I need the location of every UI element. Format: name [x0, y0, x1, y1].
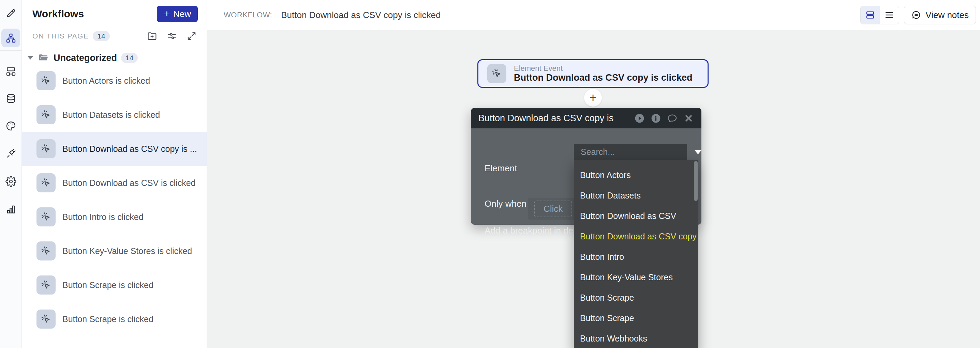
workflow-title: Button Download as CSV copy is clicked: [281, 10, 441, 21]
only-when-label: Only when: [485, 199, 527, 209]
plus-icon: +: [589, 90, 597, 105]
list-item-label: Button Datasets is clicked: [62, 110, 160, 120]
menu-item[interactable]: Button Datasets: [574, 185, 698, 206]
workflow-topbar: WORKFLOW: Button Download as CSV copy is…: [207, 0, 980, 30]
menu-item[interactable]: Button Webhooks: [574, 328, 698, 348]
list-item[interactable]: Button Key-Value Stores is clicked: [21, 234, 207, 268]
list-item-label: Button Intro is clicked: [62, 212, 143, 222]
modal-header: Button Download as CSV copy is: [471, 108, 702, 128]
icon-square: [37, 105, 56, 124]
close-icon[interactable]: [683, 113, 694, 123]
add-step-button[interactable]: +: [584, 89, 602, 107]
pencil-icon[interactable]: [5, 7, 18, 20]
list-item[interactable]: Button Scrape is clicked: [21, 302, 207, 336]
icon-rail: [0, 0, 22, 348]
element-label: Element: [485, 163, 517, 174]
node-type-label: Element Event: [514, 64, 692, 73]
list-item-selected[interactable]: Button Download as CSV copy is ...: [21, 132, 207, 166]
menu-item[interactable]: Button Download as CSV: [574, 206, 698, 226]
list-item[interactable]: Button Intro is clicked: [21, 200, 207, 234]
expand-icon[interactable]: [186, 31, 197, 41]
workflow-label: WORKFLOW:: [224, 11, 272, 19]
comment-icon[interactable]: [667, 113, 678, 123]
list-item-label: Button Download as CSV copy is ...: [62, 144, 197, 154]
chevron-down-icon: [28, 56, 33, 60]
palette-icon[interactable]: [5, 120, 18, 133]
icon-square: [37, 207, 56, 226]
bar-chart-icon[interactable]: [5, 202, 18, 215]
list-view-icon[interactable]: [880, 6, 899, 24]
cursor-click-icon: [487, 64, 506, 83]
on-this-page-count-badge: 14: [93, 31, 110, 41]
menu-item[interactable]: Button Intro: [574, 247, 698, 267]
list-item-label: Button Actors is clicked: [62, 76, 150, 86]
new-button-label: New: [173, 9, 191, 19]
list-item-label: Button Download as CSV is clicked: [62, 178, 196, 188]
view-notes-button[interactable]: View notes: [904, 6, 976, 24]
workflow-icon[interactable]: [2, 28, 20, 47]
list-item[interactable]: Button Actors is clicked: [21, 64, 207, 98]
modal-title: Button Download as CSV copy is: [479, 113, 613, 123]
scrollbar-thumb[interactable]: [694, 161, 698, 201]
sidebar-header: Workflows + New: [21, 0, 207, 30]
list-item-label: Button Scrape is clicked: [62, 280, 153, 290]
on-this-page-row: ON THIS PAGE 14: [21, 28, 207, 44]
element-dropdown-menu: Button Actors Button Datasets Button Dow…: [574, 160, 698, 348]
on-this-page-label: ON THIS PAGE: [32, 32, 89, 40]
group-name: Uncategorized: [54, 53, 117, 63]
menu-item[interactable]: Button Scrape: [574, 287, 698, 308]
search-input[interactable]: [580, 147, 691, 157]
notes-bubble-icon: [911, 10, 921, 20]
group-count-badge: 14: [121, 53, 138, 63]
info-icon[interactable]: [651, 113, 661, 123]
list-item[interactable]: Button Scrape is clicked: [21, 268, 207, 302]
view-toggle: [860, 6, 899, 24]
new-workflow-button[interactable]: + New: [157, 6, 198, 22]
folder-open-icon: [38, 52, 49, 63]
folder-plus-icon[interactable]: [146, 31, 158, 41]
icon-square: [37, 139, 56, 158]
menu-item[interactable]: Button Key-Value Stores: [574, 267, 698, 287]
menu-item-selected[interactable]: Button Download as CSV copy: [574, 226, 698, 247]
list-item-partial[interactable]: [21, 346, 56, 348]
database-icon[interactable]: [5, 92, 18, 105]
menu-item[interactable]: Button Actors: [574, 165, 698, 185]
element-event-node[interactable]: Element Event Button Download as CSV cop…: [477, 59, 709, 88]
play-icon[interactable]: [634, 113, 645, 123]
element-select-field[interactable]: [574, 144, 687, 160]
list-item-label: Button Scrape is clicked: [62, 314, 153, 324]
view-notes-label: View notes: [926, 10, 969, 21]
chevron-down-icon: [695, 150, 702, 154]
list-item-label: Button Key-Value Stores is clicked: [62, 246, 192, 256]
icon-square: [37, 71, 56, 90]
rail-divider: [0, 51, 21, 51]
list-item[interactable]: Button Download as CSV is clicked: [21, 166, 207, 200]
menu-item[interactable]: Button Scrape: [574, 308, 698, 328]
icon-square: [37, 241, 56, 261]
node-title: Button Download as CSV copy is clicked: [514, 73, 692, 83]
card-view-icon[interactable]: [861, 6, 880, 24]
icon-square: [37, 310, 56, 329]
components-icon[interactable]: [5, 65, 18, 78]
list-item[interactable]: Button Datasets is clicked: [21, 98, 207, 132]
filter-sliders-icon[interactable]: [166, 31, 177, 41]
icon-square: [37, 173, 56, 192]
plus-icon: +: [164, 9, 170, 19]
click-chip-label: Click: [534, 201, 572, 217]
plug-icon[interactable]: [5, 147, 18, 160]
icon-square: [37, 275, 56, 294]
workflow-canvas[interactable]: Element Event Button Download as CSV cop…: [207, 30, 980, 348]
workflow-list: Button Actors is clicked Button Datasets…: [21, 64, 207, 336]
sidebar-title: Workflows: [32, 8, 84, 20]
workflows-sidebar: Workflows + New ON THIS PAGE 14 Uncatego…: [21, 0, 207, 348]
breakpoint-label: Add a breakpoint in deb: [485, 225, 578, 236]
gear-icon[interactable]: [5, 175, 18, 188]
